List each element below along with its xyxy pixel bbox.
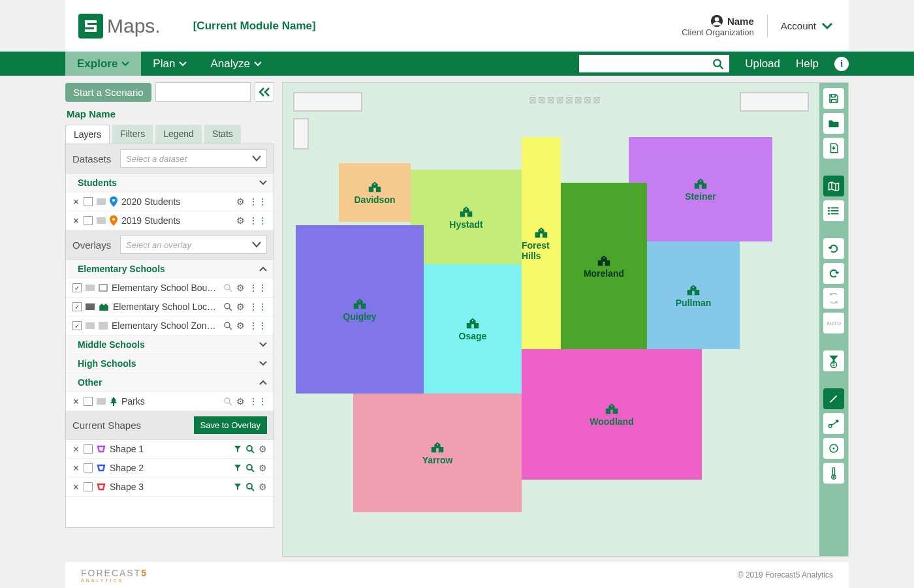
gear-icon[interactable]: ⚙ (236, 196, 245, 207)
drag-handle-icon[interactable]: ⋮⋮ (249, 320, 267, 331)
remove-icon[interactable]: ✕ (72, 463, 80, 473)
route-button[interactable] (823, 413, 844, 434)
checkbox[interactable] (84, 482, 93, 491)
remove-icon[interactable]: ✕ (72, 482, 80, 492)
nav-help[interactable]: Help (796, 57, 819, 70)
save-to-overlay-button[interactable]: Save to Overlay (194, 416, 268, 434)
hide-icon[interactable] (97, 198, 106, 205)
zoom-icon[interactable] (223, 283, 232, 292)
list-view-button[interactable] (823, 200, 844, 221)
target-button[interactable] (823, 438, 844, 459)
drag-handle-icon[interactable]: ⋮⋮ (249, 396, 267, 407)
map-canvas[interactable]: ⊠⊠⊠⊠⊠⊠⊠⊠ DavidsonHystadtForest HillsStei… (282, 82, 849, 557)
nav-upload[interactable]: Upload (745, 57, 780, 70)
export-button[interactable] (823, 138, 844, 159)
zoom-icon[interactable] (245, 482, 255, 491)
tab-filters[interactable]: Filters (112, 125, 153, 144)
zone-woodland[interactable]: Woodland (522, 349, 702, 480)
map-view-button[interactable] (823, 176, 844, 196)
zone-osage[interactable]: Osage (424, 264, 522, 394)
zoom-icon[interactable] (223, 321, 232, 330)
search-input[interactable] (584, 59, 712, 69)
refresh-button[interactable] (823, 288, 844, 309)
undo-button[interactable] (823, 238, 844, 259)
overlay-select[interactable]: Select an overlay (120, 236, 267, 254)
hide-icon[interactable] (86, 322, 95, 329)
auto-button[interactable]: AUTO (823, 313, 844, 333)
group-students[interactable]: Students (66, 174, 274, 193)
thermometer-button[interactable] (823, 463, 844, 484)
scenario-name-input[interactable] (155, 82, 251, 102)
search-box[interactable] (579, 55, 729, 72)
zone-davidson[interactable]: Davidson (339, 163, 411, 222)
nav-tab-plan[interactable]: Plan (141, 52, 198, 76)
hide-icon[interactable] (86, 303, 95, 310)
zone-quigley[interactable]: Quigley (296, 225, 424, 394)
drag-handle-icon[interactable]: ⋮⋮ (249, 215, 267, 226)
filter-badge-button[interactable]: 2 (823, 350, 844, 371)
zone-hystadt[interactable]: Hystadt (411, 170, 522, 264)
zone-pullman[interactable]: Pullman (647, 241, 740, 349)
search-icon[interactable] (712, 58, 724, 70)
info-icon[interactable]: i (834, 57, 849, 71)
filter-icon[interactable] (234, 445, 242, 453)
chevron-down-icon[interactable] (259, 361, 267, 366)
hide-icon[interactable] (97, 398, 106, 405)
drag-handle-icon[interactable]: ⋮⋮ (249, 302, 267, 312)
checkbox[interactable] (84, 463, 93, 472)
remove-icon[interactable]: ✕ (72, 444, 80, 454)
checkbox[interactable] (84, 216, 93, 225)
account-menu[interactable]: Account (781, 20, 833, 31)
gear-icon[interactable]: ⚙ (236, 283, 245, 293)
nav-tab-analyze[interactable]: Analyze (198, 52, 273, 76)
zoom-icon[interactable] (223, 397, 232, 406)
start-scenario-button[interactable]: Start a Scenario (65, 83, 151, 102)
tab-legend[interactable]: Legend (155, 125, 202, 144)
drag-handle-icon[interactable]: ⋮⋮ (249, 283, 267, 293)
group-high[interactable]: High Schools (66, 354, 274, 373)
zone-steiner[interactable]: Steiner (629, 137, 772, 241)
checkbox[interactable]: ✓ (72, 283, 82, 292)
open-button[interactable] (823, 113, 844, 134)
tab-layers[interactable]: Layers (65, 125, 110, 144)
checkbox[interactable] (84, 397, 93, 406)
group-middle[interactable]: Middle Schools (66, 335, 274, 354)
gear-icon[interactable]: ⚙ (236, 320, 245, 331)
gear-icon[interactable]: ⚙ (236, 302, 245, 312)
nav-tab-explore[interactable]: Explore (65, 52, 141, 76)
zoom-icon[interactable] (245, 444, 255, 454)
chevron-up-icon[interactable] (259, 380, 267, 385)
group-other[interactable]: Other (66, 373, 274, 392)
checkbox[interactable]: ✓ (72, 321, 82, 330)
redo-button[interactable] (823, 263, 844, 284)
filter-icon[interactable] (234, 483, 242, 491)
hide-icon[interactable] (97, 217, 106, 224)
zone-moreland[interactable]: Moreland (561, 183, 647, 349)
chevron-down-icon[interactable] (259, 342, 267, 347)
checkbox[interactable] (84, 197, 93, 206)
chevron-down-icon[interactable] (259, 180, 267, 185)
zone-yarrow[interactable]: Yarrow (353, 394, 522, 512)
checkbox[interactable] (84, 444, 93, 454)
remove-icon[interactable]: ✕ (72, 216, 80, 226)
filter-icon[interactable] (234, 464, 242, 472)
gear-icon[interactable]: ⚙ (259, 444, 267, 454)
gear-icon[interactable]: ⚙ (236, 396, 245, 407)
gear-icon[interactable]: ⚙ (236, 215, 245, 226)
zoom-icon[interactable] (245, 463, 255, 472)
gear-icon[interactable]: ⚙ (259, 482, 267, 492)
group-elementary[interactable]: Elementary Schools (66, 260, 274, 279)
remove-icon[interactable]: ✕ (72, 197, 80, 207)
dataset-select[interactable]: Select a dataset (120, 149, 267, 168)
remove-icon[interactable]: ✕ (72, 397, 80, 407)
zoom-icon[interactable] (223, 302, 232, 311)
gear-icon[interactable]: ⚙ (259, 463, 267, 473)
tab-stats[interactable]: Stats (204, 125, 241, 144)
save-button[interactable] (823, 88, 844, 109)
hide-icon[interactable] (86, 285, 95, 291)
chevron-up-icon[interactable] (259, 266, 267, 271)
zone-forest-hills[interactable]: Forest Hills (522, 137, 561, 349)
checkbox[interactable]: ✓ (72, 302, 82, 311)
drag-handle-icon[interactable]: ⋮⋮ (249, 196, 267, 207)
collapse-sidebar-button[interactable] (255, 82, 274, 102)
